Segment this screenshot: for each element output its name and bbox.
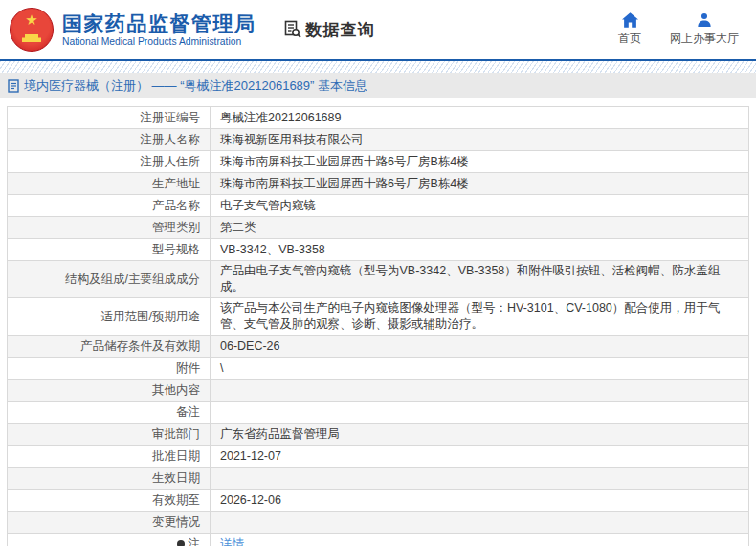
table-row: 产品储存条件及有效期06-DEC-26 xyxy=(8,335,748,357)
row-value: 详情 xyxy=(211,534,748,546)
table-row: 批准日期2021-12-07 xyxy=(8,445,748,467)
row-value xyxy=(211,512,748,533)
user-icon xyxy=(697,12,712,28)
row-label: 备注 xyxy=(8,402,211,423)
row-value: 第二类 xyxy=(211,217,748,238)
emblem-star-icon: ★ xyxy=(25,12,37,27)
row-label: 变更情况 xyxy=(8,512,211,533)
row-label-text: 结构及组成/主要组成成分 xyxy=(65,272,200,288)
data-query-label: 数据查询 xyxy=(306,19,375,41)
breadcrumb: 境内医疗器械（注册） —— “粤械注准20212061689” 基本信息 xyxy=(0,73,756,98)
table-row: 注册人名称珠海视新医用科技有限公司 xyxy=(8,128,748,150)
row-value xyxy=(211,402,748,423)
row-label: 批准日期 xyxy=(8,446,211,467)
row-label: 管理类别 xyxy=(8,217,211,238)
row-label: 注册人名称 xyxy=(8,129,211,150)
row-label-text: 产品储存条件及有效期 xyxy=(80,339,200,355)
table-row: 附件\ xyxy=(8,357,748,379)
org-name-en: National Medical Products Administration xyxy=(62,35,256,49)
table-row: 变更情况 xyxy=(8,511,748,533)
table-row: 管理类别第二类 xyxy=(8,216,748,238)
row-label-text: 备注 xyxy=(176,404,200,421)
nav-item-home[interactable]: 首页 xyxy=(618,12,641,47)
table-row: 生效日期 xyxy=(8,467,748,489)
table-row: 产品名称电子支气管内窥镜 xyxy=(8,194,748,216)
row-label: 生效日期 xyxy=(8,468,211,489)
row-label: 注册人住所 xyxy=(8,151,211,172)
row-label-text: 产品名称 xyxy=(152,198,200,214)
table-row: 审批部门广东省药品监督管理局 xyxy=(8,423,748,445)
nav-item-service-hall[interactable]: 网上办事大厅 xyxy=(670,12,739,47)
row-label-text: 注册证编号 xyxy=(141,110,201,126)
row-label: 注册证编号 xyxy=(8,107,211,128)
table-row: 生产地址珠海市南屏科技工业园屏西十路6号厂房B栋4楼 xyxy=(8,172,748,194)
table-row: 注详情 xyxy=(8,533,748,546)
detail-link[interactable]: 详情 xyxy=(220,536,244,546)
row-label: 生产地址 xyxy=(8,173,211,194)
table-row: 适用范围/预期用途该产品与本公司生产的电子内窥镜图像处理器（型号：HV-3101… xyxy=(8,297,748,335)
row-label-text: 有效期至 xyxy=(152,492,200,509)
table-row: 型号规格VB-3342、VB-3358 xyxy=(8,238,748,260)
site-header: ★ 国家药品监督管理局 National Medical Products Ad… xyxy=(0,0,756,59)
row-label: 型号规格 xyxy=(8,239,211,260)
info-table: 注册证编号粤械注准20212061689注册人名称珠海视新医用科技有限公司注册人… xyxy=(7,106,749,546)
nav-home-label: 首页 xyxy=(618,31,641,47)
row-value: 珠海视新医用科技有限公司 xyxy=(211,129,748,150)
row-value: 06-DEC-26 xyxy=(211,336,748,357)
header-nav: 首页 网上办事大厅 xyxy=(618,12,739,47)
row-label-text: 生产地址 xyxy=(152,176,200,192)
document-icon xyxy=(8,79,19,93)
row-label-text: 型号规格 xyxy=(152,242,200,258)
row-value: 珠海市南屏科技工业园屏西十路6号厂房B栋4楼 xyxy=(211,173,748,194)
row-label: 注 xyxy=(8,534,211,546)
home-icon xyxy=(622,12,638,28)
row-value: 2026-12-06 xyxy=(211,490,748,511)
table-row: 注册人住所珠海市南屏科技工业园屏西十路6号厂房B栋4楼 xyxy=(8,150,748,172)
row-label-text: 附件 xyxy=(176,360,200,377)
row-label: 附件 xyxy=(8,358,211,379)
row-label: 有效期至 xyxy=(8,490,211,511)
row-label: 产品名称 xyxy=(8,195,211,216)
emblem-gate-icon xyxy=(22,34,41,42)
row-value: 珠海市南屏科技工业园屏西十路6号厂房B栋4楼 xyxy=(211,151,748,172)
table-row: 注册证编号粤械注准20212061689 xyxy=(8,107,748,128)
row-label: 适用范围/预期用途 xyxy=(8,298,211,335)
row-label-text: 注 xyxy=(189,536,201,546)
row-label-text: 变更情况 xyxy=(152,514,200,531)
row-value xyxy=(211,380,748,401)
nmpa-emblem-logo[interactable]: ★ xyxy=(10,8,54,52)
row-label-text: 管理类别 xyxy=(152,220,200,236)
row-label: 产品储存条件及有效期 xyxy=(8,336,211,357)
row-label-text: 注册人住所 xyxy=(141,154,201,170)
row-label-text: 注册人名称 xyxy=(141,132,201,148)
data-query-section[interactable]: 数据查询 xyxy=(283,19,375,41)
table-row: 结构及组成/主要组成成分产品由电子支气管内窥镜（型号为VB-3342、VB-33… xyxy=(8,260,748,297)
row-value: 该产品与本公司生产的电子内窥镜图像处理器（型号：HV-3101、CV-1080）… xyxy=(211,298,748,335)
nav-service-hall-label: 网上办事大厅 xyxy=(670,31,739,47)
row-value xyxy=(211,468,748,489)
table-row: 其他内容 xyxy=(8,379,748,401)
table-row: 备注 xyxy=(8,401,748,423)
row-value: 2021-12-07 xyxy=(211,446,748,467)
document-search-icon xyxy=(283,20,302,39)
note-icon xyxy=(177,540,185,546)
row-label: 结构及组成/主要组成成分 xyxy=(8,261,211,297)
row-value: 粤械注准20212061689 xyxy=(211,107,748,128)
row-label-text: 其他内容 xyxy=(152,382,200,399)
row-value: 产品由电子支气管内窥镜（型号为VB-3342、VB-3358）和附件吸引按钮、活… xyxy=(211,261,748,297)
breadcrumb-text: 境内医疗器械（注册） —— “粤械注准20212061689” 基本信息 xyxy=(24,77,367,95)
table-row: 有效期至2026-12-06 xyxy=(8,489,748,511)
hatched-band xyxy=(0,61,756,73)
org-name-zh: 国家药品监督管理局 xyxy=(62,11,256,35)
row-value: 广东省药品监督管理局 xyxy=(211,424,748,445)
row-label-text: 适用范围/预期用途 xyxy=(101,309,200,325)
row-label: 其他内容 xyxy=(8,380,211,401)
row-label-text: 审批部门 xyxy=(152,426,200,443)
org-title-block: 国家药品监督管理局 National Medical Products Admi… xyxy=(62,11,256,49)
row-value: VB-3342、VB-3358 xyxy=(211,239,748,260)
row-value: 电子支气管内窥镜 xyxy=(211,195,748,216)
row-label-text: 批准日期 xyxy=(152,448,200,465)
row-label: 审批部门 xyxy=(8,424,211,445)
row-label-text: 生效日期 xyxy=(152,470,200,487)
row-value: \ xyxy=(211,358,748,379)
